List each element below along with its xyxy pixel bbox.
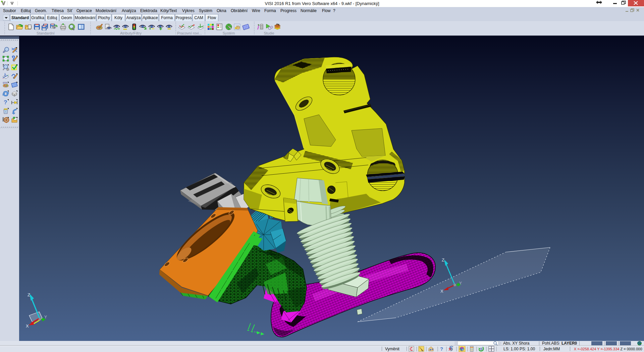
svg-text:?: ? — [4, 99, 7, 106]
svg-text:Z: Z — [28, 292, 30, 297]
svg-text:Y: Y — [44, 315, 47, 319]
svg-text:X: X — [440, 289, 443, 294]
svg-text:?: ? — [440, 346, 443, 352]
svg-text:Y: Y — [459, 281, 462, 286]
svg-text:X: X — [26, 324, 29, 329]
svg-text:Z: Z — [442, 257, 444, 262]
